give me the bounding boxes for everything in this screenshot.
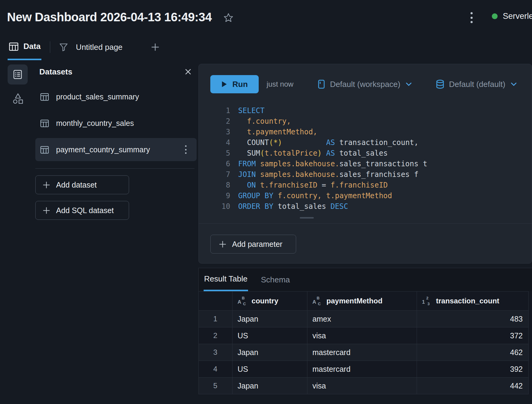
cell-country: Japan <box>233 311 307 327</box>
left-icon-rail <box>0 60 31 105</box>
cell-transaction-count: 462 <box>417 344 529 361</box>
table-icon <box>40 119 49 128</box>
code-line: 5 SUM(t.totalPrice) AS total_sales <box>199 148 532 159</box>
dashboard-editor-app: New Dashboard 2026-04-13 16:49:34 Server… <box>0 0 532 404</box>
warehouse-selector[interactable]: Default (workspace) <box>317 79 412 89</box>
filter-funnel-icon[interactable] <box>59 42 68 52</box>
line-number: 10 <box>199 201 230 212</box>
add-page-icon[interactable] <box>151 34 160 60</box>
datasets-panel-title: Datasets <box>39 67 72 77</box>
line-number: 5 <box>199 148 230 159</box>
code-line: 9 GROUP BY f.country, t.paymentMethod <box>199 191 532 201</box>
dataset-item-label: monthly_country_sales <box>56 119 134 128</box>
string-type-icon: ABC <box>237 295 249 306</box>
favorite-star-icon[interactable] <box>223 13 233 23</box>
sql-warehouse-icon <box>317 79 326 89</box>
column-header-label: paymentMethod <box>327 297 383 305</box>
catalog-selector[interactable]: Default (default) <box>436 79 517 89</box>
compute-status[interactable]: Serverless <box>492 12 532 21</box>
row-index: 3 <box>199 344 233 361</box>
column-header-label: country <box>252 297 278 305</box>
tab-result-table[interactable]: Result Table <box>204 268 248 291</box>
row-number-header <box>199 291 233 311</box>
chevron-down-icon <box>406 82 412 86</box>
code-line: 6 FROM samples.bakehouse.sales_transacti… <box>199 159 532 169</box>
page-title: New Dashboard 2026-04-13 16:49:34 <box>7 10 212 24</box>
string-type-icon: ABC <box>312 295 324 306</box>
code-text: GROUP BY f.country, t.paymentMethod <box>238 191 392 201</box>
tab-untitled-page[interactable]: Untitled page <box>59 34 122 60</box>
cell-country: US <box>233 361 307 378</box>
dataset-item-product-sales-summary[interactable]: product_sales_summary <box>35 85 196 108</box>
code-line: 7 JOIN samples.bakehouse.sales_franchise… <box>199 169 532 180</box>
result-table: ABC country ABC paymentMethod 123 transa… <box>199 291 532 394</box>
code-line: 1 SELECT <box>199 105 532 116</box>
code-line: 3 t.paymentMethod, <box>199 127 532 137</box>
code-text: ON t.franchiseID = f.franchiseID <box>238 180 388 191</box>
tab-divider <box>50 41 50 53</box>
close-panel-icon[interactable] <box>183 66 194 77</box>
code-text: JOIN samples.bakehouse.sales_franchises … <box>238 169 418 180</box>
code-text: COUNT(*) AS transaction_count, <box>238 137 418 148</box>
widgets-shapes-icon[interactable] <box>12 92 31 105</box>
code-text: FROM samples.bakehouse.sales_transaction… <box>238 159 427 169</box>
tab-data-label: Data <box>23 42 40 51</box>
cell-payment-method: mastercard <box>307 344 417 361</box>
panel-divider <box>35 168 194 169</box>
run-button[interactable]: Run <box>210 75 259 93</box>
datasets-panel-header: Datasets <box>31 65 198 78</box>
column-header-payment-method[interactable]: ABC paymentMethod <box>307 291 417 311</box>
cell-transaction-count: 442 <box>417 378 529 394</box>
database-icon <box>436 79 445 89</box>
column-header-country[interactable]: ABC country <box>233 291 307 311</box>
row-index: 5 <box>199 378 233 394</box>
code-line: 4 COUNT(*) AS transaction_count, <box>199 137 532 148</box>
catalog-selector-label: Default (default) <box>449 80 505 89</box>
add-parameter-button[interactable]: Add parameter <box>210 235 296 254</box>
more-menu-icon[interactable] <box>469 10 474 25</box>
add-dataset-button[interactable]: Add dataset <box>35 175 129 194</box>
code-text: f.country, <box>238 116 291 127</box>
dataset-item-label: payment_country_summary <box>56 145 150 154</box>
run-button-label: Run <box>233 80 248 89</box>
add-dataset-label: Add dataset <box>56 181 96 189</box>
code-text: t.paymentMethod, <box>238 127 317 137</box>
cell-country: US <box>233 327 307 344</box>
dataset-item-menu-icon[interactable] <box>184 144 187 155</box>
cell-transaction-count: 483 <box>417 311 529 327</box>
tab-schema-label: Schema <box>261 275 290 285</box>
datasets-list-icon[interactable] <box>8 64 28 85</box>
main-column: Run just now Default (workspace) <box>198 60 532 394</box>
tab-data[interactable]: Data <box>8 34 41 60</box>
code-line: 2 f.country, <box>199 116 532 127</box>
results-tabs: Result Table Schema <box>199 268 532 291</box>
column-header-label: transaction_count <box>436 297 499 305</box>
warehouse-selector-label: Default (workspace) <box>330 80 400 89</box>
table-icon <box>40 145 49 154</box>
table-icon <box>40 92 49 102</box>
dataset-item-label: product_sales_summary <box>56 92 139 101</box>
cell-transaction-count: 372 <box>417 327 529 344</box>
cell-payment-method: mastercard <box>307 361 417 378</box>
dataset-item-payment-country-summary[interactable]: payment_country_summary <box>35 138 196 161</box>
code-line: 10 ORDER BY total_sales DESC <box>199 201 532 212</box>
code-text: SELECT <box>238 105 265 116</box>
last-run-time: just now <box>267 80 293 88</box>
row-index: 4 <box>199 361 233 378</box>
cell-country: Japan <box>233 378 307 394</box>
add-sql-dataset-label: Add SQL dataset <box>56 206 114 215</box>
sql-code-editor[interactable]: 1 SELECT 2 f.country, 3 t.paymentMethod,… <box>199 105 532 212</box>
chevron-down-icon <box>511 82 517 86</box>
cell-payment-method: amex <box>307 311 417 327</box>
results-panel: Result Table Schema ABC country ABC <box>198 268 532 394</box>
cell-payment-method: visa <box>307 378 417 394</box>
line-number: 7 <box>199 169 230 180</box>
add-sql-dataset-button[interactable]: Add SQL dataset <box>35 201 129 220</box>
top-bar: New Dashboard 2026-04-13 16:49:34 Server… <box>0 0 532 34</box>
tab-schema[interactable]: Schema <box>260 268 290 291</box>
dataset-item-monthly-country-sales[interactable]: monthly_country_sales <box>35 112 196 135</box>
code-text: ORDER BY total_sales DESC <box>238 201 348 212</box>
line-number: 4 <box>199 137 230 148</box>
editor-resize-handle[interactable] <box>300 217 314 219</box>
column-header-transaction-count[interactable]: 123 transaction_count <box>417 291 529 311</box>
